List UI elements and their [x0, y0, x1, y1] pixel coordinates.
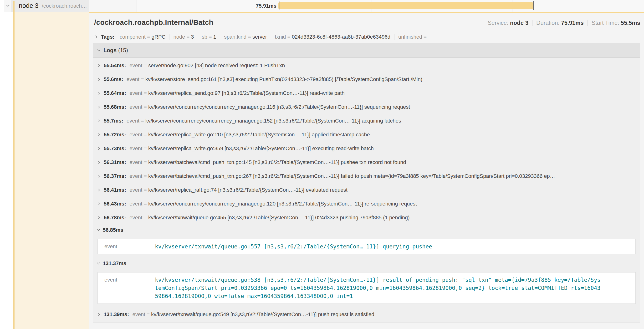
chevron-right-icon[interactable]: [97, 187, 100, 193]
tag-key: component: [120, 34, 146, 40]
log-row-expanded-header[interactable]: 131.37ms: [93, 258, 640, 269]
span-detail-panel: /cockroach.roachpb.Internal/Batch Servic…: [90, 12, 644, 329]
chevron-right-icon[interactable]: [97, 201, 100, 207]
tag-key: unfinished: [398, 34, 422, 40]
chevron-down-icon[interactable]: [5, 3, 10, 8]
log-row[interactable]: 131.39ms:event=kv/kvserver/txnwait/queue…: [93, 308, 640, 321]
span-name-tab[interactable]: node 3 /cockroach.roach…: [11, 0, 90, 12]
meta-separator: [588, 20, 588, 26]
log-field-equals: =: [144, 159, 147, 166]
log-timestamp: 56.41ms:: [104, 187, 126, 193]
log-field-equals: =: [144, 90, 147, 96]
log-field-key: event: [98, 242, 155, 250]
log-field-value: kv/kvserver/concurrency/concurrency_mana…: [148, 201, 417, 207]
log-field-value: kv/kvserver/concurrency/concurrency_mana…: [148, 104, 410, 110]
span-meta: Service: node 3 Duration: 75.91ms Start …: [488, 20, 640, 26]
tags-label: Tags:: [101, 34, 114, 40]
trace-left-gutter: [0, 0, 4, 329]
log-field-value: kv/kvserver/concurrency/concurrency_mana…: [146, 118, 401, 124]
span-color-strip: [13, 1, 14, 12]
log-field-key: event: [126, 118, 140, 124]
log-field-key: event: [130, 187, 142, 193]
logs-title: Logs: [104, 47, 116, 54]
log-field-value: kv/kvserver/replica_raft.go:74 [n3,s3,r6…: [148, 187, 348, 193]
logs-section: Logs (15) 55.54ms:event=server/node.go:9…: [93, 43, 640, 323]
log-field-value: kv/kvserver/replica_send.go:97 [n3,s3,r6…: [148, 90, 345, 96]
log-field-equals: =: [144, 201, 147, 207]
log-timestamp: 55.7ms:: [104, 118, 123, 124]
chevron-down-icon[interactable]: [97, 227, 100, 233]
log-field-key: event: [130, 90, 142, 96]
tag-equals: =: [248, 34, 251, 40]
tags-row[interactable]: Tags: component=gRPCnode=3sb=1span.kind=…: [90, 31, 644, 43]
chevron-right-icon[interactable]: [97, 159, 100, 166]
log-marker: [278, 1, 279, 10]
log-field-value: kv/kvserver/store_send.go:161 [n3,s3] ex…: [146, 76, 422, 82]
meta-separator: [532, 20, 532, 26]
chevron-down-icon[interactable]: [97, 260, 100, 266]
log-field-key: event: [130, 132, 142, 138]
chevron-right-icon[interactable]: [97, 311, 100, 318]
chevron-right-icon[interactable]: [97, 76, 100, 82]
chevron-right-icon[interactable]: [97, 118, 100, 124]
span-detail-accent-border: [90, 12, 644, 13]
span-title: /cockroach.roachpb.Internal/Batch: [94, 18, 213, 26]
log-field-equals: =: [144, 146, 147, 152]
chevron-right-icon[interactable]: [97, 62, 100, 69]
log-timestamp: 56.85ms: [103, 227, 124, 233]
log-row[interactable]: 56.78ms:event=kv/kvserver/txnwait/queue.…: [93, 211, 640, 224]
log-row[interactable]: 55.54ms:event=server/node.go:902 [n3] no…: [93, 59, 640, 72]
log-field-key: event: [130, 201, 142, 207]
tag-equals: =: [424, 34, 427, 40]
start-time-label: Start Time:: [592, 20, 619, 26]
log-row[interactable]: 55.64ms:event=kv/kvserver/replica_send.g…: [93, 86, 640, 100]
log-field-key: event: [130, 173, 142, 179]
log-field-equals: =: [144, 132, 147, 138]
span-bar[interactable]: [278, 2, 533, 9]
chevron-right-icon[interactable]: [97, 146, 100, 152]
log-marker: [284, 1, 284, 10]
log-row[interactable]: 56.41ms:event=kv/kvserver/replica_raft.g…: [93, 183, 640, 197]
log-field-key: event: [126, 76, 140, 82]
log-field-equals: =: [141, 118, 144, 124]
chevron-right-icon[interactable]: [94, 34, 98, 40]
duration-value: 75.91ms: [561, 20, 584, 26]
log-row[interactable]: 55.73ms:event=kv/kvserver/replica_write.…: [93, 142, 640, 156]
log-row[interactable]: 56.31ms:event=kv/kvserver/batcheval/cmd_…: [93, 156, 640, 169]
tag-key: txnid: [275, 34, 286, 40]
log-timestamp: 55.68ms:: [104, 104, 126, 110]
tag-key: span.kind: [224, 34, 246, 40]
chevron-right-icon[interactable]: [97, 90, 100, 96]
tag-item: span.kind=server: [220, 34, 271, 40]
log-timestamp: 56.43ms:: [104, 201, 126, 207]
start-time-value: 55.5ms: [621, 20, 640, 26]
log-row[interactable]: 55.7ms:event=kv/kvserver/concurrency/con…: [93, 114, 640, 128]
log-row[interactable]: 55.6ms:event=kv/kvserver/store_send.go:1…: [93, 72, 640, 86]
span-duration-label: 75.91ms: [240, 0, 276, 12]
tag-item: unfinished=: [394, 34, 432, 40]
chevron-right-icon[interactable]: [97, 132, 100, 138]
log-field-key: event: [132, 311, 145, 318]
log-row[interactable]: 55.72ms:event=kv/kvserver/replica_write.…: [93, 128, 640, 142]
log-timestamp: 56.37ms:: [104, 173, 126, 179]
chevron-right-icon[interactable]: [97, 214, 100, 221]
chevron-right-icon[interactable]: [97, 104, 100, 110]
log-row[interactable]: 56.37ms:event=kv/kvserver/batcheval/cmd_…: [93, 169, 640, 183]
log-field-equals: =: [144, 173, 147, 179]
log-field-equals: =: [141, 76, 144, 82]
log-row-expanded-header[interactable]: 56.85ms: [93, 224, 640, 236]
chevron-right-icon[interactable]: [97, 173, 100, 179]
log-field-equals: =: [144, 214, 147, 221]
tag-item: sb=1: [198, 34, 220, 40]
tag-equals: =: [288, 34, 290, 40]
log-timestamp: 55.73ms:: [104, 146, 126, 152]
tag-value: gRPC: [152, 34, 166, 40]
log-timestamp: 55.6ms:: [104, 76, 123, 82]
log-row[interactable]: 56.43ms:event=kv/kvserver/concurrency/co…: [93, 197, 640, 211]
logs-header[interactable]: Logs (15): [93, 43, 640, 58]
log-row[interactable]: 55.68ms:event=kv/kvserver/concurrency/co…: [93, 100, 640, 114]
log-marker: [282, 1, 282, 10]
chevron-down-icon[interactable]: [97, 47, 100, 54]
tag-equals: =: [209, 34, 212, 40]
log-field-key: event: [130, 214, 142, 221]
